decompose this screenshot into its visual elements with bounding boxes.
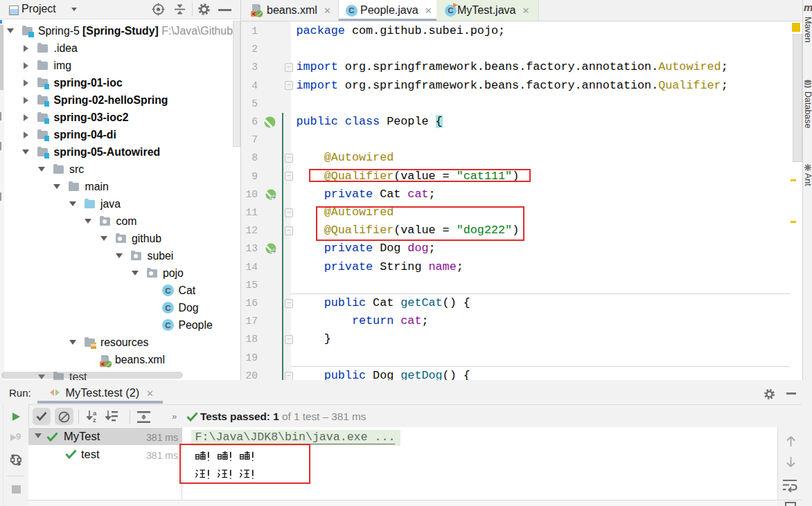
svg-text:<: < bbox=[252, 10, 256, 17]
svg-text:<: < bbox=[101, 360, 105, 367]
svg-text:z: z bbox=[93, 416, 96, 423]
